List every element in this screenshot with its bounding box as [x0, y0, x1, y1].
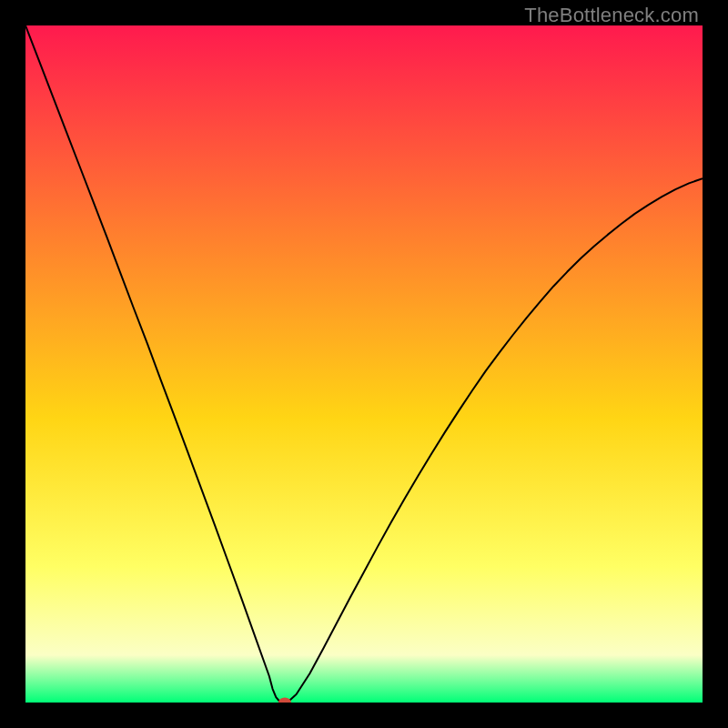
chart-svg	[25, 25, 703, 703]
gradient-background	[25, 25, 703, 703]
watermark-text: TheBottleneck.com	[524, 4, 699, 27]
chart-container: TheBottleneck.com	[0, 0, 728, 728]
plot-area	[25, 25, 703, 703]
